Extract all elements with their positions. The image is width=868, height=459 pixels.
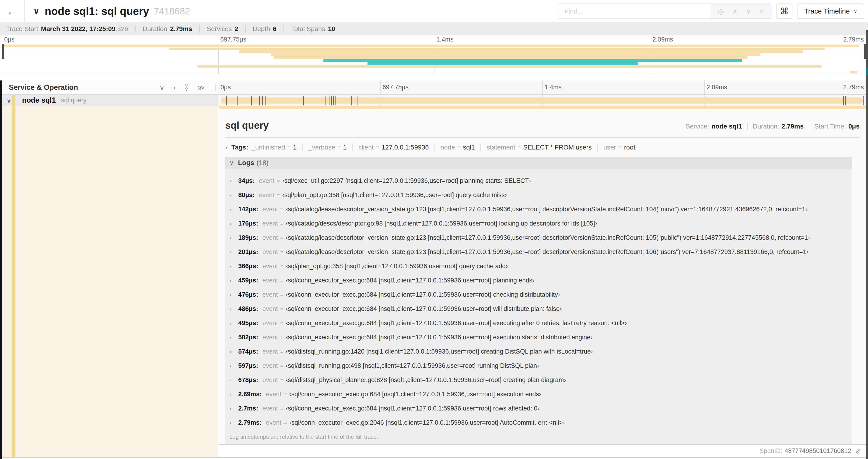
column-resizer-handle[interactable] (212, 84, 216, 91)
log-timestamp: 476μs: (238, 291, 258, 298)
span-duration-bar[interactable] (221, 97, 863, 104)
minimap-tick-labels: 0μs 697.75μs 1.4ms 2.09ms 2.79ms (2, 36, 866, 43)
prev-match-icon[interactable]: ∧ (733, 7, 738, 15)
find-input[interactable] (558, 3, 711, 19)
log-value: ‹sql/conn_executor_exec.go:684 [nsql1,cl… (286, 320, 627, 327)
log-entry-row[interactable]: › 476μs: event = ‹sql/conn_executor_exec… (225, 288, 852, 302)
span-log-mark (845, 96, 846, 105)
logs-accordian-header[interactable]: ∨ Logs (18) (225, 157, 852, 169)
stat-suffix: .326 (116, 25, 128, 33)
log-entry-row[interactable]: › 201μs: event = ‹sql/catalog/lease/desc… (225, 245, 852, 259)
stat-label: Start Time: (814, 123, 846, 130)
ruler-tick-label: 0μs (218, 84, 231, 91)
log-key: event (266, 391, 281, 398)
log-key: event (262, 234, 278, 241)
log-value: ‹sql/plan_opt.go:358 [nsql1,client=127.0… (282, 192, 507, 199)
back-arrow-icon: ← (7, 5, 18, 18)
log-equals: = (280, 220, 283, 227)
page-title: node sql1: sql query (45, 5, 149, 18)
header-controls: ◎ ∧ ∨ × ⌘ Trace Timeline ∨ (558, 3, 864, 19)
tag-value: SELECT * FROM users (523, 144, 592, 151)
chevron-right-icon: › (229, 405, 234, 412)
span-log-mark (335, 96, 336, 105)
span-color-bar (12, 106, 16, 458)
next-match-icon[interactable]: ∨ (746, 7, 751, 15)
detail-row-span-strip (219, 106, 866, 109)
log-entry-row[interactable]: › 502μs: event = ‹sql/conn_executor_exec… (225, 330, 852, 345)
keyboard-shortcuts-button[interactable]: ⌘ (776, 3, 793, 19)
logs-accordian: ∨ Logs (18) › 34μs: event = ‹sql/exec_ut… (225, 157, 852, 444)
span-row-name-cell[interactable]: ∨ node sql1 sql query (2, 95, 218, 106)
vertical-scrollbar[interactable] (866, 30, 868, 459)
log-entry-row[interactable]: › 34μs: event = ‹sql/exec_util.go:2297 [… (225, 174, 852, 188)
minimap-left-scrub-handle[interactable] (2, 44, 4, 59)
minimap-right-scrub-handle[interactable] (864, 44, 866, 59)
log-timestamp: 80μs: (238, 192, 255, 199)
chevron-right-icon[interactable]: › (174, 84, 176, 91)
log-value: ‹sql/conn_executor_exec.go:684 [nsql1,cl… (286, 277, 534, 284)
tags-accordian-row[interactable]: › Tags: _unfinished = 1 _verbose = 1 (225, 143, 860, 151)
link-icon[interactable] (855, 447, 862, 455)
tag-equals: = (518, 144, 521, 151)
log-timestamp: 366μs: (238, 263, 258, 270)
logs-count: (18) (256, 159, 269, 167)
chevron-down-icon[interactable]: ∨ (159, 84, 164, 92)
log-value: ‹sql/catalog/lease/descriptor_version_st… (286, 249, 808, 256)
log-entry-row[interactable]: › 459μs: event = ‹sql/conn_executor_exec… (225, 273, 852, 288)
log-entry-row[interactable]: › 597μs: event = ‹sql/distsql_running.go… (225, 359, 852, 373)
log-value: ‹sql/catalog/descs/descriptor.go:98 [nsq… (286, 220, 597, 227)
minimap-tick-label: 697.75μs (218, 36, 246, 43)
tag-equals: = (287, 144, 291, 151)
ruler-tick-label: 2.79ms (843, 84, 864, 91)
log-value: ‹sql/conn_executor_exec.go:684 [nsql1,cl… (286, 305, 562, 313)
span-log-mark (333, 96, 334, 105)
log-entry-row[interactable]: › 486μs: event = ‹sql/conn_executor_exec… (225, 302, 852, 316)
log-equals: = (280, 405, 283, 412)
logs-label: Logs (238, 159, 254, 167)
log-entry-row[interactable]: › 2.69ms: event = ‹sql/conn_executor_exe… (225, 387, 852, 401)
trace-stat: Depth 6 (238, 25, 277, 33)
ruler-tick-label: 1.4ms (542, 84, 562, 91)
double-chevron-right-icon[interactable]: ≫ (197, 84, 205, 92)
log-equals: = (284, 391, 287, 398)
log-entry-row[interactable]: › 495μs: event = ‹sql/conn_executor_exec… (225, 316, 852, 330)
stat-value: 2 (235, 25, 238, 33)
stat-label: Total Spans (291, 25, 325, 33)
trace-collapse-icon[interactable]: ∨ (33, 6, 40, 16)
log-entry-row[interactable]: › 142μs: event = ‹sql/catalog/lease/desc… (225, 202, 852, 217)
back-button[interactable]: ← (0, 0, 25, 22)
minimap-span-bar (169, 47, 825, 50)
log-key: event (262, 263, 278, 270)
chevron-right-icon: › (229, 420, 234, 426)
stat-label: Service: (685, 123, 709, 130)
span-row-timeline-cell[interactable] (218, 95, 866, 106)
span-row[interactable]: ∨ node sql1 sql query (2, 95, 866, 106)
log-entry-row[interactable]: › 2.7ms: event = ‹sql/conn_executor_exec… (225, 401, 852, 416)
tag-key: client (359, 144, 374, 151)
span-detail-header: sql query Service: node sql1 Duration: 2… (225, 120, 860, 131)
find-box: ◎ ∧ ∨ × (558, 3, 772, 19)
log-entry-row[interactable]: › 574μs: event = ‹sql/distsql_running.go… (225, 345, 852, 359)
timeline-grid-header: Service & Operation ∨ › ∨ ∨ ≫ 0μs697.75μ… (2, 80, 866, 95)
minimap-canvas[interactable] (2, 44, 866, 74)
double-chevron-down-icon[interactable]: ∨ ∨ (185, 84, 189, 91)
span-log-mark (262, 96, 263, 105)
spanid-label: SpanID: (760, 447, 782, 455)
tags-label: Tags: (231, 144, 248, 151)
stat-label: Duration (143, 25, 167, 33)
log-entry-row[interactable]: › 366μs: event = ‹sql/plan_opt.go:358 [n… (225, 259, 852, 273)
log-key: event (262, 206, 278, 213)
log-entry-row[interactable]: › 176μs: event = ‹sql/catalog/descs/desc… (225, 217, 852, 231)
chevron-down-icon[interactable]: ∨ (6, 97, 11, 104)
log-entry-row[interactable]: › 678μs: event = ‹sql/distsql_physical_p… (225, 373, 852, 387)
log-entry-row[interactable]: › 189μs: event = ‹sql/catalog/lease/desc… (225, 231, 852, 245)
chevron-right-icon: › (229, 363, 234, 369)
log-entry-row[interactable]: › 2.79ms: event = ‹sql/conn_executor_exe… (225, 416, 852, 430)
log-timestamp: 486μs: (238, 305, 258, 313)
view-selector-button[interactable]: Trace Timeline ∨ (797, 3, 864, 19)
chevron-right-icon: › (229, 349, 234, 355)
log-value: ‹sql/distsql_running.go:498 [nsql1,clien… (286, 362, 539, 369)
locate-icon[interactable]: ◎ (718, 7, 724, 15)
log-entry-row[interactable]: › 80μs: event = ‹sql/plan_opt.go:358 [ns… (225, 188, 852, 202)
clear-search-icon[interactable]: × (760, 7, 764, 15)
